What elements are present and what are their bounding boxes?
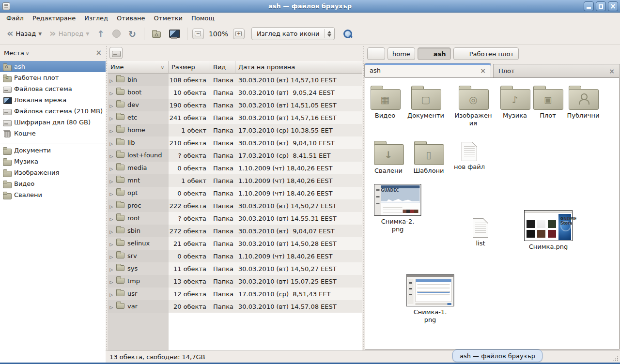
menu-item[interactable]: Отиване: [112, 14, 149, 23]
column-header-name[interactable]: Име: [108, 61, 169, 74]
file-icon-item[interactable]: Видео: [365, 86, 405, 120]
tab-close-icon[interactable]: [609, 67, 615, 75]
titlebar[interactable]: ash — файлов браузър: [0, 0, 620, 13]
expander-icon[interactable]: [108, 102, 115, 109]
sidebar-item[interactable]: Видео: [0, 178, 106, 189]
computer-button[interactable]: [166, 27, 182, 41]
close-button[interactable]: [608, 1, 618, 11]
table-row[interactable]: lib 210 обекта Папка 30.03.2010 (вт) 9,0…: [108, 136, 362, 149]
expander-icon[interactable]: [108, 190, 115, 197]
path-button[interactable]: ash: [418, 47, 451, 60]
search-icon[interactable]: [342, 29, 353, 39]
expander-icon[interactable]: [108, 139, 115, 147]
file-icon-item[interactable]: Документи: [406, 86, 446, 120]
table-row[interactable]: mnt 1 обект Папка 1.10.2009 (чт) 18,40,2…: [108, 174, 362, 187]
chevron-down-icon[interactable]: [24, 49, 29, 57]
path-button[interactable]: Работен плот: [453, 47, 519, 60]
table-row[interactable]: home 1 обект Папка 17.03.2010 (ср) 10,38…: [108, 124, 362, 136]
view-mode-select[interactable]: Изглед като икони: [251, 27, 335, 40]
sidebar-close-icon[interactable]: [95, 48, 102, 57]
expander-icon[interactable]: [108, 265, 115, 273]
menu-item[interactable]: Помощ: [187, 14, 219, 23]
expander-icon[interactable]: [108, 76, 115, 84]
resize-grip[interactable]: [613, 355, 619, 361]
sidebar-item[interactable]: Работен плот: [0, 72, 106, 83]
minimize-button[interactable]: [584, 1, 594, 11]
maximize-button[interactable]: [596, 1, 606, 11]
sidebar-title[interactable]: Места: [4, 49, 24, 57]
home-button[interactable]: [149, 28, 164, 40]
forward-button[interactable]: Напред ▼: [46, 27, 92, 40]
file-icon-item[interactable]: Шаблони: [409, 141, 449, 175]
expander-icon[interactable]: [108, 89, 115, 96]
table-row[interactable]: opt 0 обекта Папка 1.10.2009 (чт) 18,40,…: [108, 187, 362, 199]
table-row[interactable]: var 20 обекта Папка 30.03.2010 (вт) 14,5…: [108, 300, 362, 313]
expander-icon[interactable]: [108, 278, 115, 285]
sidebar-item[interactable]: Свалени: [0, 189, 106, 200]
menu-item[interactable]: Изглед: [80, 14, 112, 23]
file-icon-item[interactable]: Свалени: [369, 141, 408, 175]
column-header-type[interactable]: Вид: [210, 61, 235, 74]
expander-icon[interactable]: [108, 202, 115, 210]
sidebar-item[interactable]: Шифриран дял (80 GB): [0, 117, 106, 128]
zoom-in-button[interactable]: +: [233, 29, 245, 39]
file-icon-item[interactable]: Изображения: [453, 86, 493, 128]
expander-icon[interactable]: [108, 215, 115, 222]
table-row[interactable]: media 0 обекта Папка 1.10.2009 (чт) 18,4…: [108, 162, 362, 174]
tab[interactable]: Плот: [493, 64, 620, 77]
table-row[interactable]: tmp 13 обекта Папка 30.03.2010 (вт) 15,0…: [108, 275, 362, 288]
expander-icon[interactable]: [108, 228, 115, 235]
path-button[interactable]: home: [388, 47, 415, 60]
menu-item[interactable]: Файл: [2, 14, 28, 23]
menu-item[interactable]: Отметки: [149, 14, 186, 23]
sidebar-item[interactable]: Файлова система: [0, 83, 106, 94]
back-dropdown-icon[interactable]: ▼: [38, 31, 42, 36]
file-icon-item[interactable]: Публични: [563, 86, 603, 120]
menu-item[interactable]: Редактиране: [28, 14, 80, 23]
table-row[interactable]: proc 222 обекта Папка 30.03.2010 (вт) 14…: [108, 199, 362, 212]
table-row[interactable]: usr 12 обекта Папка 17.03.2010 (ср) 8,51…: [108, 288, 362, 300]
table-row[interactable]: bin 108 обекта Папка 30.03.2010 (вт) 14,…: [108, 74, 362, 86]
sidebar-item[interactable]: Музика: [0, 156, 106, 167]
reload-button[interactable]: [125, 27, 139, 41]
file-icon-item[interactable]: GUADEC Снимка-2.png: [374, 184, 421, 234]
table-row[interactable]: dev 190 обекта Папка 30.03.2010 (вт) 14,…: [108, 99, 362, 111]
sidebar-item[interactable]: Кошче: [0, 128, 106, 139]
file-icon-item[interactable]: нов файл: [452, 139, 486, 171]
column-header-date[interactable]: Дата на промяна: [235, 61, 362, 74]
file-icon-item[interactable]: GNOME Store Снимка.png: [522, 210, 575, 251]
root-location-button[interactable]: [109, 47, 123, 59]
zoom-out-button[interactable]: −: [192, 29, 204, 39]
sidebar-item[interactable]: [0, 139, 105, 143]
path-button[interactable]: [367, 47, 385, 60]
tab-close-icon[interactable]: [480, 67, 486, 75]
stop-button[interactable]: [109, 28, 124, 40]
table-row[interactable]: sbin 272 обекта Папка 30.03.2010 (вт) 9,…: [108, 225, 362, 237]
table-row[interactable]: selinux 21 обекта Папка 30.03.2010 (вт) …: [108, 237, 362, 250]
table-row[interactable]: lost+found ? обекта Папка 17.03.2010 (ср…: [108, 149, 362, 162]
table-row[interactable]: srv 0 обекта Папка 1.10.2009 (чт) 18,40,…: [108, 250, 362, 262]
expander-icon[interactable]: [108, 240, 115, 247]
file-icon-item[interactable]: Плот: [528, 86, 568, 120]
icon-view[interactable]: Видео Документи: [365, 77, 620, 349]
tab[interactable]: ash: [364, 63, 491, 77]
sidebar-item[interactable]: Файлова система (210 MB): [0, 106, 106, 117]
back-button[interactable]: Назад ▼: [4, 27, 45, 40]
expander-icon[interactable]: [108, 177, 115, 184]
table-row[interactable]: root ? обекта Папка 30.03.2010 (вт) 14,5…: [108, 212, 362, 225]
expander-icon[interactable]: [108, 127, 115, 134]
table-row[interactable]: boot 10 обекта Папка 30.03.2010 (вт) 9,0…: [108, 86, 362, 99]
column-header-size[interactable]: Размер: [169, 61, 210, 74]
sidebar-item[interactable]: Документи: [0, 145, 106, 156]
expander-icon[interactable]: [108, 165, 115, 172]
file-icon-item[interactable]: list: [464, 215, 497, 247]
forward-dropdown-icon[interactable]: ▼: [86, 31, 89, 36]
sidebar-item[interactable]: Локална мрежа: [0, 94, 106, 106]
expander-icon[interactable]: [108, 303, 115, 310]
expander-icon[interactable]: [108, 253, 115, 260]
file-icon-item[interactable]: Снимка-1.png: [406, 274, 454, 324]
table-row[interactable]: sys 11 обекта Папка 30.03.2010 (вт) 14,5…: [108, 262, 362, 275]
sidebar-item[interactable]: ash: [0, 61, 106, 72]
expander-icon[interactable]: [108, 152, 115, 159]
expander-icon[interactable]: [108, 114, 115, 121]
